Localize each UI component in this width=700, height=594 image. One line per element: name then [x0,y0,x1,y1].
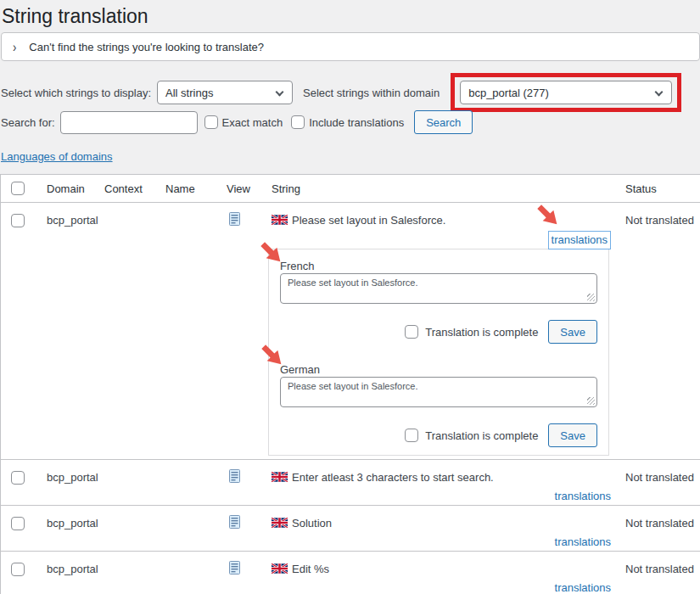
header-domain: Domain [47,175,104,202]
filters-panel: Select which strings to display: All str… [1,72,700,135]
translation-complete-label: Translation is complete [425,326,538,339]
chevron-right-icon: › [13,39,16,55]
domain-cell: bcp_portal [47,506,104,551]
search-for-label: Search for: [1,116,55,129]
translation-value: Please set layout in Salesforce. [288,381,417,391]
row-checkbox[interactable] [11,471,25,485]
language-label-german: German [280,363,597,377]
context-cell [104,460,165,505]
status-text: Not translated [625,460,700,505]
header-name: Name [165,175,227,202]
domain-select-label: Select strings within domain [303,87,440,99]
context-cell [104,506,165,551]
status-text: Not translated [625,552,700,594]
translation-value: Please set layout in Salesforce. [288,277,417,288]
row-checkbox[interactable] [11,517,25,530]
domain-cell: bcp_portal [47,460,104,505]
cant-find-strings-accordion[interactable]: › Can't find the strings you're looking … [1,32,700,61]
status-text: Not translated [625,506,700,551]
string-text: Enter atleast 3 characters to start sear… [292,471,494,485]
header-string: String [272,175,625,202]
uk-flag-icon [272,472,288,482]
row-checkbox[interactable] [11,563,25,576]
resize-handle-icon[interactable] [587,397,595,405]
resize-handle-icon[interactable] [587,294,595,301]
uk-flag-icon [272,518,288,528]
string-cell: Edit %s translations [272,552,625,594]
domain-select-value: bcp_portal (277) [468,87,549,99]
header-context: Context [104,175,165,202]
save-button-german[interactable]: Save [548,423,597,447]
translations-link[interactable]: translations [555,535,611,548]
translations-link[interactable]: translations [555,490,611,502]
table-row: bcp_portal Solution translations [1,506,700,552]
document-icon[interactable] [229,469,240,483]
exact-match-checkbox[interactable] [204,115,218,129]
translation-editor: French Please set layout in Salesforce. … [268,249,609,456]
display-strings-label: Select which strings to display: [1,87,151,99]
save-button-french[interactable]: Save [548,320,597,344]
display-strings-select[interactable]: All strings [157,81,293,104]
red-highlight-box: bcp_portal (277) [451,73,681,112]
translation-textarea-german[interactable]: Please set layout in Salesforce. [280,377,597,407]
translations-link[interactable]: translations [555,581,611,594]
strings-table: Domain Context Name View String Status b… [0,174,700,594]
translations-link[interactable]: translations [548,231,611,249]
string-cell: Enter atleast 3 characters to start sear… [272,460,625,505]
string-text: Edit %s [292,563,329,576]
translation-complete-checkbox-german[interactable] [405,429,418,442]
page-title: String translation [0,0,700,29]
translation-textarea-french[interactable]: Please set layout in Salesforce. [280,273,597,304]
translation-complete-label: Translation is complete [425,429,538,442]
name-cell [165,460,227,505]
status-text: Not translated [625,203,700,459]
header-view: View [227,175,272,202]
table-row: bcp_portal Edit %s translations [1,552,700,594]
select-all-checkbox[interactable] [11,182,25,195]
name-cell [165,506,227,551]
document-icon[interactable] [229,515,240,529]
table-row: bcp_portal Please set layout in Salesfor… [1,203,700,460]
chevron-down-icon [276,88,284,97]
name-cell [165,552,227,594]
language-label-french: French [280,260,597,273]
table-header-row: Domain Context Name View String Status [1,175,700,203]
display-strings-value: All strings [165,87,213,99]
search-button[interactable]: Search [414,110,473,134]
string-translation-page: String translation › Can't find the stri… [0,0,700,594]
uk-flag-icon [272,563,288,574]
uk-flag-icon [272,215,288,225]
chevron-down-icon [655,88,664,97]
document-icon[interactable] [229,561,240,574]
header-status: Status [625,175,700,202]
domain-cell: bcp_portal [47,552,104,594]
translation-complete-checkbox-french[interactable] [405,325,418,339]
include-translations-checkbox[interactable] [291,115,305,129]
languages-of-domains-link[interactable]: Languages of domains [1,150,113,163]
context-cell [104,203,165,459]
string-cell: Please set layout in Salesforce. transla… [272,203,625,459]
table-row: bcp_portal Enter atleast 3 characters to… [1,460,700,506]
search-input[interactable] [60,111,198,134]
string-cell: Solution translations [272,506,625,551]
include-translations-label: Include translations [309,116,404,129]
exact-match-label: Exact match [222,116,283,129]
domain-select[interactable]: bcp_portal (277) [460,81,672,104]
notice-text: Can't find the strings you're looking to… [29,41,264,53]
document-icon[interactable] [229,212,240,226]
domain-cell: bcp_portal [47,203,104,459]
row-checkbox[interactable] [11,214,25,227]
name-cell [165,203,227,459]
string-text: Please set layout in Salesforce. [292,214,445,227]
string-text: Solution [292,517,332,530]
context-cell [104,552,165,594]
